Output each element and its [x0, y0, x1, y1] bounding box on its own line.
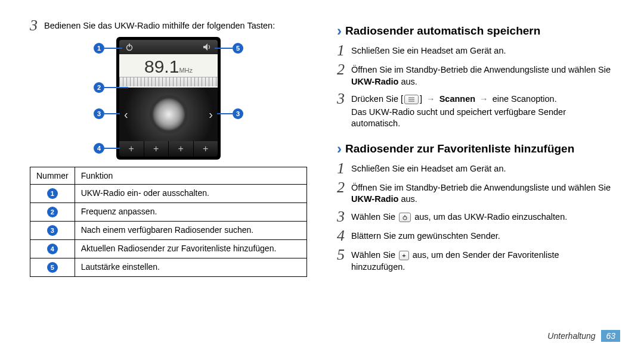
- left-column: 3 Bedienen Sie das UKW-Radio mithilfe de…: [18, 12, 322, 343]
- frequency-unit: MHz: [179, 67, 193, 74]
- page-footer: Unterhaltung 63: [547, 331, 620, 341]
- step-text: Öffnen Sie im Standby-Betrieb die Anwend…: [351, 62, 614, 88]
- chevron-right-icon: ›: [337, 23, 342, 39]
- next-station-icon: ›: [209, 108, 213, 121]
- footer-page-number: 63: [601, 330, 620, 342]
- step-number: 5: [337, 247, 351, 263]
- menu-key-icon: [404, 95, 419, 104]
- volume-icon: [201, 42, 214, 52]
- section-b-title: Radiosender zur Favoritenliste hinzufüge…: [345, 142, 574, 155]
- sectionA-step-2: 2 Öffnen Sie im Standby-Betrieb die Anwe…: [337, 62, 614, 88]
- table-row: 3Nach einem verfügbaren Radiosender such…: [30, 222, 307, 240]
- dial-area: ‹ ›: [119, 88, 218, 141]
- sectionA-step-3: 3 Drücken Sie [] → Scannen → eine Scanop…: [337, 91, 614, 130]
- step-number: 1: [337, 161, 351, 176]
- power-icon: [123, 42, 136, 52]
- step-number: 2: [337, 62, 351, 77]
- callout-5: 5: [215, 43, 243, 54]
- tuning-dial: [150, 95, 188, 133]
- table-row: 1UKW-Radio ein- oder ausschalten.: [30, 185, 307, 203]
- table-row: 4Aktuellen Radiosender zur Favoritenlist…: [30, 240, 307, 258]
- radio-top-bar: [119, 40, 218, 54]
- callout-4: 4: [94, 143, 120, 154]
- step-number: 2: [337, 180, 351, 195]
- sectionA-step-1: 1 Schließen Sie ein Headset am Gerät an.: [337, 43, 614, 58]
- add-favorite-icon: +: [119, 141, 144, 157]
- step-number: 4: [337, 228, 351, 244]
- callout-1: 1: [94, 43, 122, 54]
- frequency-scale: [119, 77, 218, 86]
- sectionB-step-2: 2 Öffnen Sie im Standby-Betrieb die Anwe…: [337, 180, 614, 205]
- step-text: Schließen Sie ein Headset am Gerät an.: [351, 161, 506, 175]
- step-text: Wählen Sie aus, um das UKW-Radio einzusc…: [351, 209, 567, 223]
- table-row: 2Frequenz anpassen.: [30, 203, 307, 222]
- power-icon: [399, 213, 411, 222]
- step-text: Blättern Sie zum gewünschten Sender.: [351, 228, 500, 242]
- frequency-value: 89.1: [144, 57, 179, 77]
- svg-marker-2: [203, 43, 208, 51]
- step-number: 1: [337, 43, 351, 58]
- step-text: Bedienen Sie das UKW-Radio mithilfe der …: [44, 18, 275, 32]
- callout-2: 2: [94, 82, 128, 93]
- table-row: 5Lautstärke einstellen.: [30, 258, 307, 277]
- left-step-3: 3 Bedienen Sie das UKW-Radio mithilfe de…: [30, 18, 307, 33]
- arrow-right-icon: →: [425, 94, 437, 104]
- prev-station-icon: ‹: [124, 108, 128, 121]
- step-number: 3: [337, 91, 351, 107]
- sectionB-step-1: 1 Schließen Sie ein Headset am Gerät an.: [337, 161, 614, 176]
- favorites-row: + + + +: [119, 141, 218, 157]
- add-favorite-icon: +: [144, 141, 169, 157]
- step-text: Schließen Sie ein Headset am Gerät an.: [351, 43, 506, 57]
- plus-icon: +: [399, 251, 408, 260]
- step-number: 3: [30, 18, 44, 33]
- frequency-display: 89.1MHz: [119, 54, 218, 88]
- step-text: Wählen Sie + aus, um den Sender der Favo…: [351, 247, 614, 273]
- radio-mockup: 89.1MHz ‹ › + + + +: [116, 37, 221, 160]
- step-number: 3: [337, 209, 351, 225]
- add-favorite-icon: +: [169, 141, 194, 157]
- page: 3 Bedienen Sie das UKW-Radio mithilfe de…: [0, 0, 644, 349]
- right-column: › Radiosender automatisch speichern 1 Sc…: [322, 12, 626, 343]
- table-head-function: Funktion: [75, 167, 306, 185]
- sectionB-step-3: 3 Wählen Sie aus, um das UKW-Radio einzu…: [337, 209, 614, 225]
- section-b-heading: › Radiosender zur Favoritenliste hinzufü…: [337, 141, 614, 157]
- sectionB-step-5: 5 Wählen Sie + aus, um den Sender der Fa…: [337, 247, 614, 273]
- footer-section: Unterhaltung: [547, 331, 595, 341]
- radio-figure: 89.1MHz ‹ › + + + +: [30, 37, 307, 160]
- table-header-row: Nummer Funktion: [30, 167, 307, 185]
- callout-3-left: 3: [94, 108, 120, 119]
- step-text: Drücken Sie [] → Scannen → eine Scanopti…: [351, 91, 614, 130]
- function-table: Nummer Funktion 1UKW-Radio ein- oder aus…: [30, 167, 307, 277]
- arrow-right-icon: →: [478, 94, 490, 104]
- table-head-number: Nummer: [30, 167, 75, 185]
- step-text: Öffnen Sie im Standby-Betrieb die Anwend…: [351, 180, 614, 205]
- sectionB-step-4: 4 Blättern Sie zum gewünschten Sender.: [337, 228, 614, 244]
- callout-3-right: 3: [217, 108, 243, 119]
- add-favorite-icon: +: [194, 141, 218, 157]
- section-a-title: Radiosender automatisch speichern: [345, 24, 540, 38]
- section-a-heading: › Radiosender automatisch speichern: [337, 23, 614, 39]
- chevron-right-icon: ›: [337, 141, 342, 157]
